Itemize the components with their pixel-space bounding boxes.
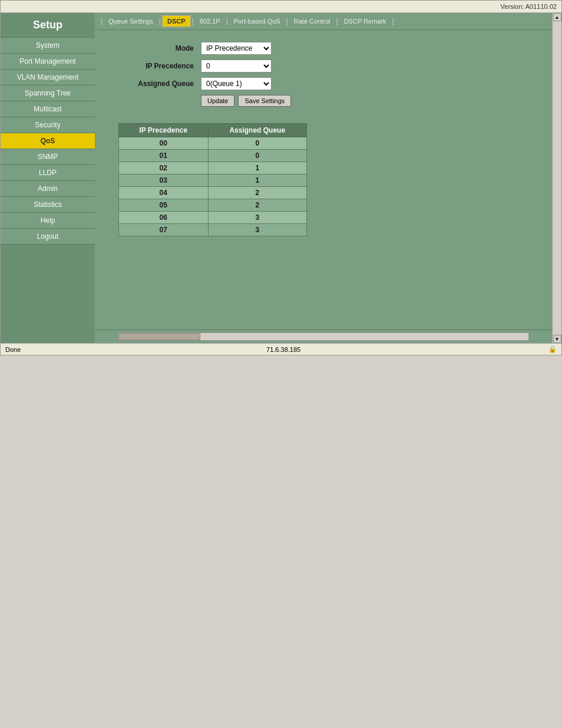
sidebar-item-multicast[interactable]: Multicast [1,101,95,117]
ip-precedence-label: IP Precedence [118,62,201,70]
form-area: Mode IP Precedence DSCP 802.1P IP Preced… [95,30,552,123]
sidebar: Setup System Port Management VLAN Manage… [1,13,95,343]
table-row: 052 [119,199,307,212]
sidebar-item-vlan-management[interactable]: VLAN Management [1,70,95,85]
sidebar-item-logout[interactable]: Logout [1,229,95,245]
tab-dscp-remark[interactable]: DSCP Remark [339,16,391,27]
ip-precedence-cell: 02 [119,162,209,174]
action-row: Update Save Settings [118,95,528,107]
sidebar-item-security[interactable]: Security [1,117,95,133]
table-row: 010 [119,150,307,162]
table-row: 042 [119,187,307,199]
assigned-queue-cell: 2 [208,187,306,199]
sidebar-item-lldp[interactable]: LLDP [1,165,95,181]
update-button[interactable]: Update [201,95,234,107]
tab-separator-2: | [192,17,194,25]
assigned-queue-select[interactable]: 0(Queue 1) 1(Queue 2) 2(Queue 3) 3(Queue… [201,77,272,90]
sidebar-item-snmp[interactable]: SNMP [1,149,95,165]
assigned-queue-cell: 3 [208,224,306,236]
ip-precedence-table: IP Precedence Assigned Queue 00001002103… [118,123,307,236]
assigned-queue-row: Assigned Queue 0(Queue 1) 1(Queue 2) 2(Q… [118,77,528,90]
assigned-queue-cell: 2 [208,199,306,212]
tab-8021p[interactable]: 802.1P [195,16,225,27]
scroll-up-button[interactable]: ▲ [553,13,561,21]
h-scrollbar[interactable] [118,332,529,341]
h-scrollbar-thumb[interactable] [118,333,200,340]
table-row: 031 [119,174,307,187]
content-spacer [95,248,552,330]
sidebar-item-admin[interactable]: Admin [1,181,95,197]
ip-address: 71.6.38.185 [266,346,300,353]
status-text: Done [5,346,21,353]
tab-separator-3: | [226,17,228,25]
scroll-track [553,21,561,335]
assigned-queue-cell: 1 [208,174,306,187]
ip-precedence-row: IP Precedence 0 1 2 3 4 5 6 7 [118,60,528,73]
assigned-queue-cell: 1 [208,162,306,174]
table-row: 000 [119,137,307,150]
sidebar-item-qos[interactable]: QoS [1,133,95,149]
ip-precedence-cell: 00 [119,137,209,150]
tab-separator-4: | [286,17,288,25]
tab-separator-1: | [159,17,161,25]
sidebar-item-help[interactable]: Help [1,213,95,229]
save-settings-button[interactable]: Save Settings [238,95,291,107]
ip-precedence-cell: 01 [119,150,209,162]
col-header-assigned-queue: Assigned Queue [208,124,306,137]
h-scrollbar-area [95,330,552,343]
col-header-ip-precedence: IP Precedence [119,124,209,137]
sidebar-item-spanning-tree[interactable]: Spanning Tree [1,85,95,101]
sidebar-item-system[interactable]: System [1,38,95,54]
ip-precedence-cell: 04 [119,187,209,199]
data-table-container: IP Precedence Assigned Queue 00001002103… [95,123,552,248]
status-bar: Done 71.6.38.185 🔒 [1,343,561,355]
assigned-queue-label: Assigned Queue [118,80,201,88]
ip-precedence-select[interactable]: 0 1 2 3 4 5 6 7 [201,60,272,73]
main-container: Setup System Port Management VLAN Manage… [1,13,561,343]
version-bar: Version: A01110.02 [1,1,561,13]
tab-separator-5: | [336,17,338,25]
mode-label: Mode [118,44,201,52]
version-text: Version: A01110.02 [501,3,557,10]
tab-separator-0: | [101,17,103,25]
v-scrollbar: ▲ ▼ [552,13,561,343]
table-row: 073 [119,224,307,236]
tab-port-based-qos[interactable]: Port-based QoS [229,16,285,27]
sidebar-item-statistics[interactable]: Statistics [1,197,95,213]
ip-precedence-cell: 06 [119,212,209,224]
tab-queue-settings[interactable]: Queue Settings [104,16,158,27]
ip-precedence-cell: 05 [119,199,209,212]
mode-select[interactable]: IP Precedence DSCP 802.1P [201,42,272,55]
table-row: 021 [119,162,307,174]
tab-rate-control[interactable]: Rate Control [289,16,335,27]
scroll-down-button[interactable]: ▼ [553,335,561,343]
assigned-queue-cell: 0 [208,150,306,162]
assigned-queue-cell: 0 [208,137,306,150]
content-area: | Queue Settings | DSCP | 802.1P | Port-… [95,13,552,343]
sidebar-item-port-management[interactable]: Port Management [1,54,95,70]
tab-bar: | Queue Settings | DSCP | 802.1P | Port-… [95,13,552,30]
table-row: 063 [119,212,307,224]
tab-dscp[interactable]: DSCP [162,15,191,27]
ip-precedence-cell: 03 [119,174,209,187]
lock-icon: 🔒 [548,345,557,353]
assigned-queue-cell: 3 [208,212,306,224]
mode-row: Mode IP Precedence DSCP 802.1P [118,42,528,55]
browser-window: Version: A01110.02 Setup System Port Man… [0,0,562,355]
ip-precedence-cell: 07 [119,224,209,236]
setup-title: Setup [1,13,95,38]
tab-separator-6: | [392,17,394,25]
